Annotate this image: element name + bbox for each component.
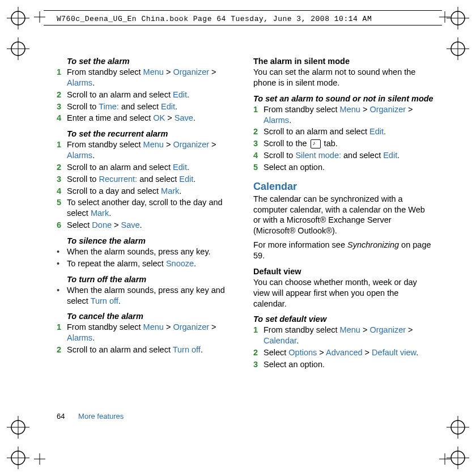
bullet-text: When the alarm sounds, press any key and… [67,285,237,307]
step-text: Select Done > Save. [67,220,142,231]
heading-silent-mode: The alarm in silent mode [253,57,434,66]
bullet-text: To repeat the alarm, select Snooze. [67,258,196,269]
step-text: Scroll to an alarm and select Edit. [264,126,386,137]
step-number: 2 [253,126,264,137]
step-text: Scroll to Recurrent: and select Edit. [67,174,196,185]
step-text: Select an option. [264,162,325,173]
step-number: 4 [253,150,264,161]
step-number: 2 [57,90,67,100]
cropmark-bottom-left [7,447,29,469]
step-number: 1 [57,139,67,161]
heading-recurrent: To set the recurrent alarm [67,129,237,138]
step-number: 4 [57,186,67,197]
step-number: 2 [57,162,67,173]
step-number: 3 [253,138,264,149]
step-text: Scroll to Silent mode: and select Edit. [264,150,400,161]
step-number: 2 [57,345,67,355]
step-number: 4 [57,113,67,124]
step-text: Enter a time and select OK > Save. [67,113,196,124]
step-number: 1 [253,104,264,126]
cropmark-top-tick-r [439,11,450,23]
cropmark-top-tick-l [34,11,45,23]
page-footer: 64 More features [57,412,124,420]
step-text: To select another day, scroll to the day… [67,197,237,219]
page-number: 64 [57,412,65,420]
heading-calendar: Calendar [253,181,434,193]
para-silent-mode: You can set the alarm not to sound when … [253,67,434,88]
step-number: 1 [57,67,67,88]
steps-silent: 1From standby select Menu > Organizer > … [253,104,434,173]
step-text: Select Options > Advanced > Default view… [264,347,418,358]
step-number: 2 [253,347,264,358]
header-rule-top [44,10,442,11]
step-number: 6 [57,220,67,231]
bullet-icon: • [57,258,67,269]
cropmark-tl2 [7,37,29,60]
step-text: Scroll to an alarm and select Edit. [67,162,189,173]
bullet-icon: • [57,285,67,307]
step-number: 3 [57,174,67,185]
step-number: 1 [253,325,264,346]
heading-set-silent: To set an alarm to sound or not in silen… [253,94,434,103]
right-column: The alarm in silent mode You can set the… [253,51,434,371]
para-sync: For more information see Synchronizing o… [253,240,434,261]
heading-set-default: To set default view [253,314,434,324]
bullet-icon: • [57,246,67,257]
cropmark-top-left [7,7,29,29]
heading-silence: To silence the alarm [67,236,237,245]
document-header: W760c_Deena_UG_En China.book Page 64 Tue… [57,15,372,23]
para-default-view: You can choose whether month, week or da… [253,277,434,309]
step-number: 5 [57,197,67,219]
step-text: Select an option. [264,359,325,370]
steps-cancel: 1From standby select Menu > Organizer > … [57,322,237,355]
cropmark-tr2 [447,37,469,60]
heading-default-view: Default view [253,267,434,276]
bullets-silence: •When the alarm sounds, press any key. •… [57,246,237,269]
cropmark-bot-tick-r [439,453,450,465]
step-text: From standby select Menu > Organizer > A… [67,67,237,88]
header-rule-bottom [44,25,442,26]
step-text: From standby select Menu > Organizer > A… [67,322,237,343]
cropmark-bot-tick-l [34,453,45,465]
steps-set-alarm: 1From standby select Menu > Organizer > … [57,67,237,124]
step-text: Scroll to Time: and select Edit. [67,101,177,112]
steps-default: 1From standby select Menu > Organizer > … [253,325,434,369]
step-number: 5 [253,162,264,173]
step-number: 1 [57,322,67,343]
step-text: Scroll to an alarm and select Turn off. [67,345,203,355]
step-number: 3 [57,101,67,112]
heading-set-alarm: To set the alarm [67,57,237,66]
music-tab-icon [311,139,321,148]
cropmark-bl1 [7,416,29,439]
step-text: Scroll to the tab. [264,138,338,149]
bullets-turnoff: •When the alarm sounds, press any key an… [57,285,237,307]
heading-cancel: To cancel the alarm [67,312,237,321]
para-calendar: The calendar can be synchronized with a … [253,194,434,236]
cropmark-br1 [447,416,469,439]
left-column: To set the alarm 1From standby select Me… [57,51,237,371]
step-text: From standby select Menu > Organizer > C… [264,325,434,346]
heading-turnoff: To turn off the alarm [67,275,237,284]
step-number: 3 [253,359,264,370]
step-text: From standby select Menu > Organizer > A… [264,104,434,126]
bullet-text: When the alarm sounds, press any key. [67,246,211,257]
step-text: Scroll to an alarm and select Edit. [67,90,189,100]
steps-recurrent: 1From standby select Menu > Organizer > … [57,139,237,231]
step-text: Scroll to a day and select Mark. [67,186,181,197]
step-text: From standby select Menu > Organizer > A… [67,139,237,161]
section-name: More features [78,412,124,420]
page-content: To set the alarm 1From standby select Me… [57,51,434,442]
